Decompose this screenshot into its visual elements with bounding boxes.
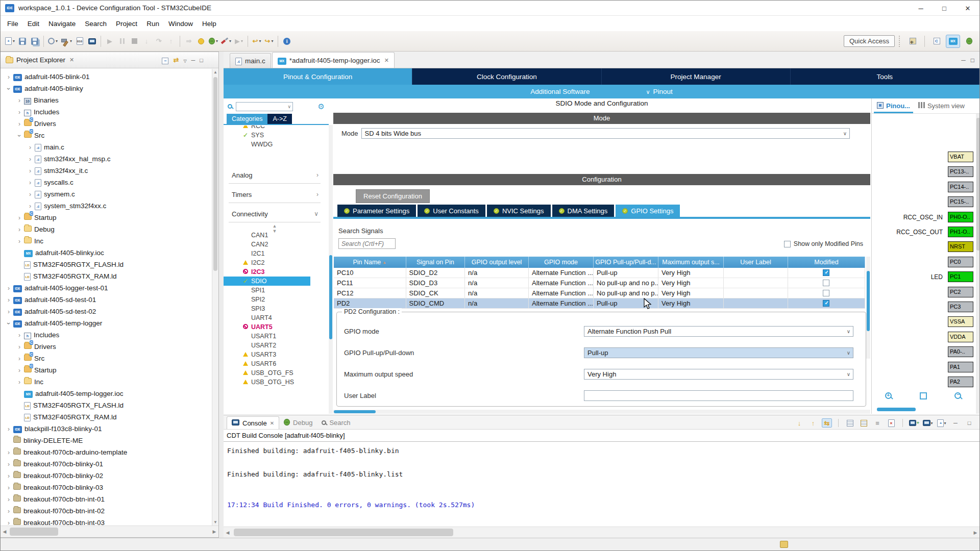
scrollbar-thumb[interactable] — [329, 255, 332, 339]
scrollbar-thumb[interactable] — [867, 271, 870, 331]
expander-icon[interactable]: › — [15, 343, 23, 350]
peripheral-usart2[interactable]: USART2 — [224, 341, 326, 350]
signals-search-input[interactable] — [338, 238, 396, 249]
tree-item[interactable]: › Startup — [1, 364, 212, 376]
back-icon[interactable]: ↩▾ — [251, 35, 263, 48]
expander-icon[interactable]: › — [5, 519, 13, 526]
new-wizard-icon[interactable]: +▾ — [4, 35, 16, 48]
close-tab-icon[interactable]: ✕ — [270, 420, 274, 426]
peripheral-uart5[interactable]: UART5 — [224, 322, 326, 332]
tree-item[interactable]: › breakout-f070cb-btn-int-02 — [1, 505, 212, 517]
column-header[interactable]: Modified — [788, 257, 865, 268]
peripheral-i2c3[interactable]: I2C3 — [224, 267, 326, 277]
scrollbar-thumb[interactable] — [976, 118, 980, 251]
tree-item[interactable]: › Src — [1, 130, 212, 141]
pin-console-icon[interactable]: ⇆ — [822, 418, 832, 428]
console-horizontal-scrollbar[interactable]: ◀ ▶ — [224, 527, 979, 538]
terminate-icon[interactable] — [128, 35, 140, 48]
tree-item[interactable]: › Drivers — [1, 118, 212, 130]
menu-window[interactable]: Window — [164, 17, 198, 30]
config-tab-nvic-settings[interactable]: ✓NVIC Settings — [487, 205, 551, 217]
scroll-up-icon[interactable]: ↑ — [808, 418, 818, 428]
tree-item[interactable]: MX adafruit-f405-temp-logger.ioc — [1, 388, 212, 399]
collapse-all-icon[interactable]: − — [162, 56, 168, 64]
menu-search[interactable]: Search — [80, 17, 111, 30]
close-view-icon[interactable]: ✕ — [69, 57, 74, 63]
pin-pa1[interactable]: PA1 — [948, 362, 973, 372]
binary-file-icon[interactable]: 010 — [74, 35, 86, 48]
tree-item[interactable]: › .c syscalls.c — [1, 177, 212, 188]
clear-console-icon[interactable]: ✕ — [886, 418, 896, 428]
menu-edit[interactable]: Edit — [23, 17, 44, 30]
peripheral-usb_otg_hs[interactable]: USB_OTG_HS — [224, 378, 326, 387]
expander-icon[interactable]: › — [26, 144, 34, 151]
tab-console[interactable]: Console✕ — [227, 416, 279, 429]
menu-file[interactable]: File — [3, 17, 23, 30]
pin-ph1o[interactable]: PH1-O.. — [948, 227, 973, 237]
pinout-vertical-scrollbar[interactable] — [976, 114, 980, 414]
pin-ph0o[interactable]: PH0-O.. — [948, 212, 973, 222]
maximize-view-icon[interactable]: □ — [964, 418, 974, 428]
expander-icon[interactable]: › — [15, 379, 23, 386]
gpio-row-pc10[interactable]: PC10SDIO_D2n/aAlternate Function ...Pull… — [334, 268, 865, 278]
tree-item[interactable]: blinky-DELETE-ME — [1, 435, 212, 446]
step-over-icon[interactable]: ↷ — [153, 35, 165, 48]
tree-item[interactable]: LD STM32F405RGTX_RAM.ld — [1, 411, 212, 423]
explorer-horizontal-scrollbar[interactable]: ◀ ▶ — [1, 525, 218, 537]
nav-tab-tools[interactable]: Tools — [791, 68, 979, 85]
tree-item[interactable]: › .c system_stm32f4xx.c — [1, 200, 212, 212]
scroll-up-arrow-icon[interactable]: ▲ — [212, 70, 218, 74]
tree-item[interactable]: › 10 Binaries — [1, 94, 212, 106]
column-header[interactable]: Pin Name▲ — [334, 257, 406, 268]
panel-horizontal-scrollbar[interactable] — [333, 410, 870, 414]
reset-configuration-button[interactable]: Reset Configuration — [356, 189, 430, 203]
new-console-icon[interactable]: +▾ — [937, 418, 947, 428]
tree-item[interactable]: › h Includes — [1, 329, 212, 341]
gear-icon[interactable]: ⚙ — [318, 102, 325, 111]
tree-item[interactable]: › h Includes — [1, 106, 212, 118]
tree-item[interactable]: › .c stm32f4xx_it.c — [1, 165, 212, 177]
expander-icon[interactable]: › — [5, 449, 13, 456]
debug-icon[interactable]: ▾ — [207, 35, 219, 48]
tree-item[interactable]: › Drivers — [1, 341, 212, 353]
tree-item[interactable]: › breakout-f070cb-blinky-02 — [1, 470, 212, 482]
tab-debug[interactable]: Debug — [279, 416, 317, 429]
skip-breakpoints-icon[interactable]: ▾ — [46, 35, 59, 48]
tree-item[interactable]: › breakout-f070cb-btn-int-01 — [1, 493, 212, 505]
tree-item[interactable]: › Debug — [1, 223, 212, 235]
pin-nrst[interactable]: NRST — [948, 241, 973, 252]
scroll-right-arrow-icon[interactable]: ▶ — [210, 526, 218, 537]
tab-a-z[interactable]: A->Z — [267, 114, 291, 124]
gpio-row-pd2[interactable]: PD2SDIO_CMDn/aAlternate Function ...Pull… — [334, 298, 865, 309]
tree-item[interactable]: › IDE adafruit-f405-sd-test-02 — [1, 306, 212, 317]
status-notification-icon[interactable] — [780, 541, 788, 548]
category-connectivity[interactable]: Connectivity ∨ — [224, 208, 326, 223]
peripheral-search-input[interactable]: ∨ — [236, 102, 293, 111]
expander-icon[interactable]: › — [26, 191, 34, 198]
editor-tab[interactable]: MX *adafruit-f405-temp-logger.ioc ✕ — [272, 52, 395, 68]
pin-pc3[interactable]: PC3 — [948, 302, 973, 312]
tree-item[interactable]: › breakout-f070cb-blinky-01 — [1, 458, 212, 470]
tree-item[interactable]: › IDE adafruit-f405-temp-logger — [1, 317, 212, 329]
save-all-icon[interactable] — [29, 35, 41, 48]
menu-run[interactable]: Run — [142, 17, 164, 30]
scrollbar-thumb[interactable] — [234, 529, 453, 536]
category-timers[interactable]: Timers › — [224, 189, 326, 204]
tree-item[interactable]: › breakout-f070cb-blinky-03 — [1, 482, 212, 493]
minimize-view-icon[interactable]: ─ — [950, 418, 961, 428]
scroll-left-arrow-icon[interactable]: ◀ — [1, 526, 9, 537]
expander-icon[interactable]: › — [5, 461, 13, 468]
pin-vdda[interactable]: VDDA — [948, 332, 973, 342]
gpio-mode-select[interactable]: Alternate Function Push Pull∨ — [584, 326, 853, 337]
word-wrap-icon[interactable]: ≡ — [872, 418, 883, 428]
zoom-out-icon[interactable]: − — [954, 392, 961, 400]
open-console-icon[interactable]: + — [909, 418, 919, 428]
open-perspective-icon[interactable]: + — [905, 35, 920, 48]
explorer-vertical-scrollbar[interactable]: ▲ ▼ — [212, 69, 218, 525]
pin-vbat[interactable]: VBAT — [948, 152, 973, 162]
scrollbar-thumb[interactable] — [334, 410, 376, 413]
pin-pc15[interactable]: PC15-.. — [948, 196, 973, 207]
column-header[interactable]: User Label — [724, 257, 788, 268]
peripheral-rcc[interactable]: RCC — [224, 126, 326, 131]
suspend-icon[interactable] — [116, 35, 128, 48]
